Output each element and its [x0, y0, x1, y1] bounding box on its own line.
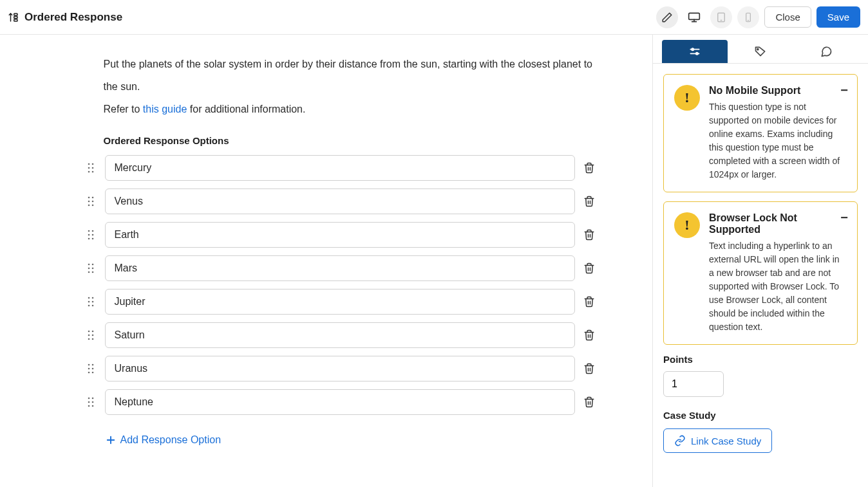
- svg-point-42: [88, 338, 90, 340]
- warning-collapse-button[interactable]: −: [840, 211, 848, 224]
- delete-option-button[interactable]: [581, 160, 597, 176]
- svg-rect-2: [14, 19, 17, 21]
- trash-icon: [583, 262, 595, 274]
- drag-handle-icon[interactable]: [86, 329, 96, 341]
- guide-link[interactable]: this guide: [143, 104, 187, 115]
- svg-rect-1: [14, 16, 17, 18]
- drag-handle-icon[interactable]: [86, 363, 96, 374]
- svg-rect-3: [689, 13, 700, 19]
- svg-point-19: [91, 204, 93, 206]
- question-text-refer-pre: Refer to: [104, 104, 143, 115]
- plus-icon: [105, 434, 117, 446]
- ordered-response-icon: [8, 12, 19, 23]
- svg-point-10: [88, 167, 90, 169]
- option-row: [104, 155, 597, 181]
- svg-point-13: [91, 170, 93, 172]
- svg-point-12: [88, 170, 90, 172]
- question-stem: Put the planets of the solar system in o…: [104, 53, 597, 121]
- close-button[interactable]: Close: [764, 6, 811, 28]
- svg-point-52: [88, 401, 90, 403]
- svg-point-21: [91, 230, 93, 232]
- svg-point-28: [88, 267, 90, 269]
- option-row: [104, 188, 597, 214]
- trash-icon: [583, 229, 595, 241]
- option-input[interactable]: [105, 389, 575, 415]
- edit-mode-button[interactable]: [656, 6, 678, 28]
- svg-point-51: [91, 397, 93, 399]
- comment-icon: [820, 45, 833, 58]
- svg-point-59: [696, 53, 698, 55]
- svg-rect-0: [14, 14, 17, 15]
- svg-point-39: [91, 330, 93, 332]
- topbar: Ordered Response Close Save: [0, 0, 868, 35]
- warning-browser-lock: ! Browser Lock Not Supported Text includ…: [663, 201, 858, 345]
- delete-option-button[interactable]: [581, 361, 597, 376]
- svg-point-43: [91, 338, 93, 340]
- option-row: [104, 389, 597, 415]
- points-input[interactable]: [663, 371, 724, 397]
- add-response-option-label: Add Response Option: [120, 434, 222, 446]
- drag-handle-icon[interactable]: [86, 162, 96, 174]
- trash-icon: [583, 329, 595, 341]
- option-input[interactable]: [105, 222, 575, 248]
- main: Put the planets of the solar system in o…: [0, 35, 653, 487]
- add-response-option-button[interactable]: Add Response Option: [104, 432, 223, 448]
- warning-no-mobile: ! No Mobile Support This question type i…: [663, 74, 858, 192]
- svg-point-48: [88, 371, 90, 373]
- svg-point-58: [692, 48, 693, 50]
- question-text-refer-post: for additional information.: [187, 104, 305, 115]
- svg-point-24: [88, 237, 90, 239]
- option-input[interactable]: [105, 322, 575, 348]
- option-input[interactable]: [105, 356, 575, 381]
- delete-option-button[interactable]: [581, 394, 597, 410]
- svg-point-8: [88, 163, 90, 165]
- trash-icon: [583, 196, 595, 207]
- delete-option-button[interactable]: [581, 327, 597, 343]
- svg-point-17: [91, 200, 93, 202]
- option-row: [104, 255, 597, 281]
- drag-handle-icon[interactable]: [86, 396, 96, 408]
- drag-handle-icon[interactable]: [86, 296, 96, 308]
- svg-point-27: [91, 263, 93, 265]
- delete-option-button[interactable]: [581, 227, 597, 243]
- option-input[interactable]: [105, 255, 575, 281]
- svg-point-35: [91, 300, 93, 302]
- desktop-preview-button[interactable]: [683, 6, 705, 28]
- delete-option-button[interactable]: [581, 261, 597, 276]
- mobile-icon: [743, 12, 753, 23]
- drag-handle-icon[interactable]: [86, 229, 96, 241]
- svg-point-26: [88, 263, 90, 265]
- tab-tags[interactable]: [728, 40, 793, 63]
- delete-option-button[interactable]: [581, 194, 597, 209]
- svg-point-30: [88, 271, 90, 273]
- svg-point-29: [91, 267, 93, 269]
- points-label: Points: [663, 354, 858, 365]
- option-row: [104, 322, 597, 348]
- warning-text: Text including a hyperlink to an externa…: [709, 239, 847, 334]
- tablet-preview-button: [710, 6, 732, 28]
- option-input[interactable]: [105, 188, 575, 214]
- option-input[interactable]: [105, 155, 575, 181]
- options-section-label: Ordered Response Options: [104, 135, 597, 146]
- points-field: Points: [663, 354, 858, 397]
- trash-icon: [583, 162, 595, 174]
- svg-point-54: [88, 405, 90, 407]
- option-input[interactable]: [105, 289, 575, 315]
- delete-option-button[interactable]: [581, 294, 597, 309]
- drag-handle-icon[interactable]: [86, 196, 96, 207]
- tab-settings[interactable]: [662, 40, 728, 63]
- svg-point-45: [91, 363, 93, 365]
- warning-collapse-button[interactable]: −: [840, 84, 848, 96]
- drag-handle-icon[interactable]: [86, 262, 96, 274]
- trash-icon: [583, 396, 595, 408]
- svg-point-11: [91, 167, 93, 169]
- svg-point-9: [91, 163, 93, 165]
- save-button[interactable]: Save: [816, 6, 860, 28]
- case-study-label: Case Study: [663, 410, 858, 421]
- tag-icon: [754, 45, 767, 58]
- tab-comments[interactable]: [793, 40, 859, 63]
- link-case-study-button[interactable]: Link Case Study: [663, 428, 772, 453]
- sidebar-tabs: [653, 35, 868, 64]
- link-case-study-label: Link Case Study: [691, 436, 761, 446]
- warning-title: No Mobile Support: [709, 85, 847, 96]
